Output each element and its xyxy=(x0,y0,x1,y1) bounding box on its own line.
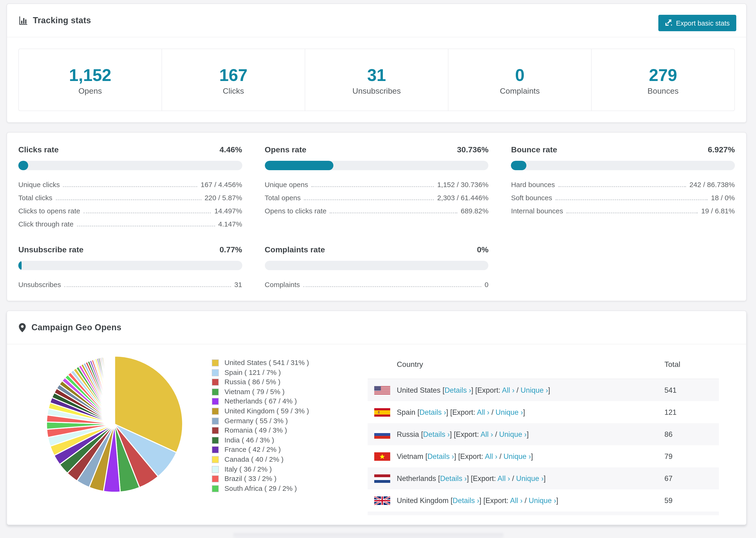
details-link[interactable]: Details › xyxy=(423,430,450,438)
rate-detail-row: Unsubscribes31 xyxy=(18,280,242,290)
rate-detail-row: Total clicks220 / 5.87% xyxy=(18,193,242,202)
detail-label: Click through rate xyxy=(18,219,74,229)
tracking-stats-header: Tracking stats Export basic stats xyxy=(7,4,746,37)
detail-label: Opens to clicks rate xyxy=(265,206,326,216)
rate-detail-row: Complaints0 xyxy=(265,280,488,290)
legend-item-brazil[interactable]: Brazil ( 33 / 2% ) xyxy=(212,474,325,484)
rate-title: Complaints rate xyxy=(265,245,325,255)
export-label: Export: xyxy=(452,408,477,416)
country-cell: Spain [Details ›] [Export: All › / Uniqu… xyxy=(397,408,525,416)
geo-table-row-united-kingdom: United Kingdom [Details ›] [Export: All … xyxy=(368,489,719,511)
geo-table-row-united-states: United States [Details ›] [Export: All ›… xyxy=(368,379,719,401)
legend-label: United Kingdom ( 59 / 3% ) xyxy=(225,406,309,416)
bracket: ] [ xyxy=(450,430,456,438)
legend-item-south-africa[interactable]: South Africa ( 29 / 2% ) xyxy=(212,484,325,493)
export-all-link[interactable]: All › xyxy=(498,474,510,482)
legend-item-canada[interactable]: Canada ( 40 / 2% ) xyxy=(212,455,325,464)
country-column-header: Country xyxy=(397,360,423,369)
es-flag-icon xyxy=(374,408,397,416)
dotted-leader xyxy=(304,199,434,200)
rate-detail-row: Internal bounces19 / 6.81% xyxy=(511,206,735,216)
legend-swatch xyxy=(212,359,219,366)
export-all-link[interactable]: All › xyxy=(485,452,497,460)
detail-label: Hard bounces xyxy=(511,180,555,189)
bracket: ] [ xyxy=(454,452,460,460)
bracket: ] xyxy=(556,496,558,504)
bracket: ] [ xyxy=(467,474,473,482)
pie-slice-other[interactable] xyxy=(114,356,115,424)
legend-item-germany[interactable]: Germany ( 55 / 3% ) xyxy=(212,416,325,426)
rate-progress-bar xyxy=(18,161,242,170)
summary-stat-opens: 1,152Opens xyxy=(19,49,162,111)
export-unique-link[interactable]: Unique › xyxy=(499,430,527,438)
legend-item-italy[interactable]: Italy ( 36 / 2% ) xyxy=(212,464,325,474)
stat-value: 0 xyxy=(449,66,591,85)
dotted-leader xyxy=(56,199,201,200)
legend-item-romania[interactable]: Romania ( 49 / 3% ) xyxy=(212,426,325,435)
export-unique-link[interactable]: Unique › xyxy=(503,452,531,460)
detail-value: 18 / 0% xyxy=(711,193,735,202)
bracket: ] xyxy=(544,474,546,482)
rate-block-unsubscribe-rate: Unsubscribe rate0.77%Unsubscribes31 xyxy=(18,245,242,290)
dotted-leader xyxy=(311,186,434,187)
bracket: [ xyxy=(421,430,423,438)
export-all-link[interactable]: All › xyxy=(510,496,523,504)
country-name: Spain xyxy=(397,408,415,416)
geo-pie-chart xyxy=(45,355,184,494)
export-all-link[interactable]: All › xyxy=(502,386,514,394)
details-link[interactable]: Details › xyxy=(445,386,471,394)
export-label: Export: xyxy=(485,496,510,504)
rate-detail-row: Opens to clicks rate689.82% xyxy=(265,206,488,216)
legend-item-russia[interactable]: Russia ( 86 / 5% ) xyxy=(212,377,325,387)
legend-item-spain[interactable]: Spain ( 121 / 7% ) xyxy=(212,368,325,377)
details-link[interactable]: Details › xyxy=(427,452,454,460)
legend-item-united-kingdom[interactable]: United Kingdom ( 59 / 3% ) xyxy=(212,406,325,416)
legend-swatch xyxy=(212,369,219,376)
export-all-link[interactable]: All › xyxy=(477,408,489,416)
export-unique-link[interactable]: Unique › xyxy=(529,496,556,504)
legend-swatch xyxy=(212,475,219,482)
export-unique-link[interactable]: Unique › xyxy=(516,474,544,482)
details-link[interactable]: Details › xyxy=(440,474,467,482)
export-unique-link[interactable]: Unique › xyxy=(496,408,523,416)
legend-label: Germany ( 55 / 3% ) xyxy=(225,416,288,426)
stat-value: 1,152 xyxy=(19,66,162,85)
rate-title: Clicks rate xyxy=(18,145,59,155)
details-link[interactable]: Details › xyxy=(453,496,479,504)
rate-progress-bar xyxy=(511,161,735,170)
summary-stat-complaints: 0Complaints xyxy=(448,49,591,111)
rate-detail-row: Clicks to opens rate14.497% xyxy=(18,206,242,216)
rate-value: 0.77% xyxy=(220,245,242,255)
export-unique-link[interactable]: Unique › xyxy=(520,386,548,394)
stat-label: Unsubscribes xyxy=(305,86,448,96)
total-cell: 541 xyxy=(665,386,676,394)
rate-detail-row: Unique opens1,152 / 30.736% xyxy=(265,180,488,189)
legend-swatch xyxy=(212,427,219,434)
legend-item-vietnam[interactable]: Vietnam ( 79 / 5% ) xyxy=(212,387,325,397)
details-link[interactable]: Details › xyxy=(419,408,446,416)
dotted-leader xyxy=(558,186,686,187)
export-all-link[interactable]: All › xyxy=(481,430,493,438)
detail-label: Internal bounces xyxy=(511,206,563,216)
legend-item-united-states[interactable]: United States ( 541 / 31% ) xyxy=(212,358,325,368)
legend-item-india[interactable]: India ( 46 / 3% ) xyxy=(212,435,325,445)
export-button-label: Export basic stats xyxy=(676,19,730,27)
bracket: ] [ xyxy=(446,408,452,416)
bracket: ] [ xyxy=(471,386,477,394)
bracket: ] xyxy=(523,408,525,416)
legend-item-france[interactable]: France ( 42 / 2% ) xyxy=(212,445,325,455)
bracket: ] xyxy=(527,430,529,438)
slash: / xyxy=(523,496,529,504)
legend-label: Netherlands ( 67 / 4% ) xyxy=(225,397,297,406)
geo-opens-title: Campaign Geo Opens xyxy=(31,323,121,332)
rate-value: 0% xyxy=(477,245,489,255)
dotted-leader xyxy=(556,199,708,200)
country-name: United States xyxy=(397,386,441,394)
export-basic-stats-button[interactable]: Export basic stats xyxy=(658,15,736,31)
legend-swatch xyxy=(212,437,219,444)
legend-item-netherlands[interactable]: Netherlands ( 67 / 4% ) xyxy=(212,397,325,406)
geo-opens-header: Campaign Geo Opens xyxy=(7,311,746,344)
rate-progress-bar xyxy=(265,161,488,170)
country-cell: Netherlands [Details ›] [Export: All › /… xyxy=(397,474,546,483)
dotted-leader xyxy=(303,286,481,287)
